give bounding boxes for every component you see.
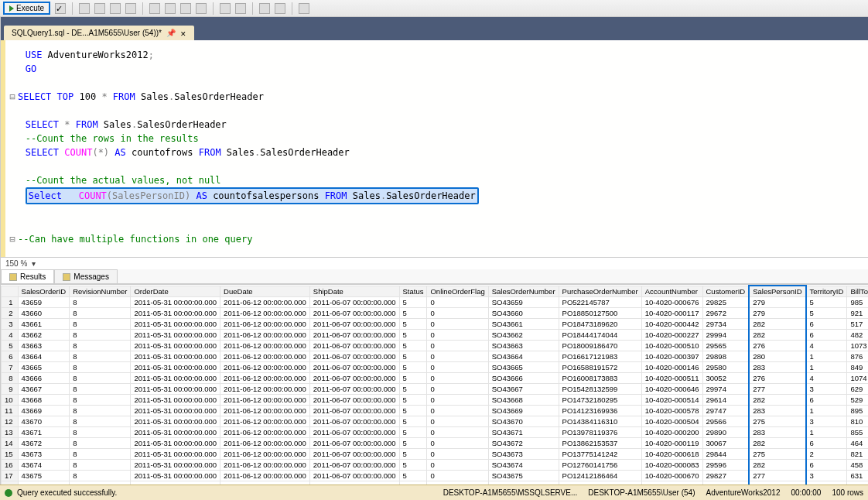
cell: 8 — [70, 460, 131, 471]
toolbar-check-icon[interactable]: ✓ — [55, 3, 66, 14]
cell: SO43664 — [488, 351, 559, 362]
cell: 282 — [749, 319, 805, 330]
cell: 5 — [399, 471, 427, 481]
cell: PO12760141756 — [559, 460, 641, 471]
column-header[interactable]: SalesPersonID — [749, 286, 805, 297]
cell: 0 — [427, 297, 488, 308]
cell: 43661 — [18, 319, 70, 330]
toolbar-icon[interactable] — [180, 3, 191, 14]
cell: 2011-06-07 00:00:00.000 — [309, 341, 399, 351]
cell: 1 — [806, 351, 847, 362]
toolbar-icon[interactable] — [196, 3, 207, 14]
results-grid[interactable]: SalesOrderIDRevisionNumberOrderDateDueDa… — [1, 284, 868, 485]
tab-results[interactable]: Results — [1, 269, 54, 283]
table-row[interactable]: 154367382011-05-31 00:00:00.0002011-06-1… — [2, 449, 869, 460]
cell: 3 — [806, 384, 847, 395]
table-row[interactable]: 14365982011-05-31 00:00:00.0002011-06-12… — [2, 297, 869, 308]
table-row[interactable]: 74366582011-05-31 00:00:00.0002011-06-12… — [2, 362, 869, 373]
column-header[interactable] — [2, 286, 19, 297]
cell: 8 — [70, 481, 131, 485]
toolbar-icon[interactable] — [235, 3, 246, 14]
cell: PO16008173883 — [559, 373, 641, 384]
editor-tabs: SQLQuery1.sql - DE...A1M5655\User (54))*… — [1, 17, 868, 40]
table-row[interactable]: 64366482011-05-31 00:00:00.0002011-06-12… — [2, 351, 869, 362]
cell: 10-4020-000510 — [641, 341, 702, 351]
column-header[interactable]: SalesOrderNumber — [488, 286, 559, 297]
cell: SO43660 — [488, 308, 559, 319]
table-row[interactable]: 54366382011-05-31 00:00:00.0002011-06-12… — [2, 341, 869, 351]
cell: 29734 — [702, 319, 749, 330]
toolbar-icon[interactable] — [110, 3, 121, 14]
cell: 0 — [427, 438, 488, 449]
column-header[interactable]: ShipDate — [309, 286, 399, 297]
toolbar-icon[interactable] — [94, 3, 105, 14]
toolbar-icon[interactable] — [299, 3, 309, 14]
table-row[interactable]: 44366282011-05-31 00:00:00.0002011-06-12… — [2, 330, 869, 341]
table-row[interactable]: 94366782011-05-31 00:00:00.0002011-06-12… — [2, 384, 869, 395]
cell: 0 — [427, 341, 488, 351]
table-row[interactable]: 34366182011-05-31 00:00:00.0002011-06-12… — [2, 319, 869, 330]
column-header[interactable]: PurchaseOrderNumber — [559, 286, 641, 297]
cell: 464 — [847, 438, 868, 449]
table-row[interactable]: 104366882011-05-31 00:00:00.0002011-06-1… — [2, 395, 869, 406]
tab-sqlquery1[interactable]: SQLQuery1.sql - DE...A1M5655\User (54))*… — [4, 26, 194, 40]
cell: 43672 — [18, 438, 70, 449]
table-row[interactable]: 114366982011-05-31 00:00:00.0002011-06-1… — [2, 406, 869, 416]
table-row[interactable]: 134367182011-05-31 00:00:00.0002011-06-1… — [2, 427, 869, 438]
table-row[interactable]: 164367482011-05-31 00:00:00.0002011-06-1… — [2, 460, 869, 471]
cell: 43671 — [18, 427, 70, 438]
cell: 43664 — [18, 351, 70, 362]
cell: SO43659 — [488, 297, 559, 308]
column-header[interactable]: Status — [399, 286, 427, 297]
column-header[interactable]: CustomerID — [702, 286, 749, 297]
cell: 5 — [399, 373, 427, 384]
table-row[interactable]: 144367282011-05-31 00:00:00.0002011-06-1… — [2, 438, 869, 449]
cell: 10-4020-000117 — [641, 308, 702, 319]
cell: 2011-05-31 00:00:00.000 — [131, 471, 220, 481]
toolbar-icon[interactable] — [125, 3, 136, 14]
column-header[interactable]: OrderDate — [131, 286, 220, 297]
column-header[interactable]: TerritoryID — [806, 286, 847, 297]
execute-button[interactable]: Execute — [3, 2, 50, 15]
sql-editor[interactable]: USE AdventureWorks2012; GO ⊟SELECT TOP 1… — [1, 40, 868, 257]
cell: 17 — [2, 471, 19, 481]
column-header[interactable]: SalesOrderID — [18, 286, 70, 297]
cell: 5 — [2, 341, 19, 351]
close-icon[interactable]: ✕ — [180, 30, 186, 36]
toolbar-icon[interactable] — [79, 3, 90, 14]
table-row[interactable]: 174367582011-05-31 00:00:00.0002011-06-1… — [2, 471, 869, 481]
table-row[interactable]: 124367082011-05-31 00:00:00.0002011-06-1… — [2, 416, 869, 427]
status-time: 00:00:00 — [791, 488, 821, 497]
column-header[interactable]: DueDate — [220, 286, 310, 297]
column-header[interactable]: RevisionNumber — [70, 286, 131, 297]
toolbar-icon[interactable] — [259, 3, 270, 14]
toolbar-icon[interactable] — [165, 3, 176, 14]
cell: 5 — [399, 362, 427, 373]
table-row[interactable]: 184367682011-05-31 00:00:00.0002011-06-1… — [2, 481, 869, 485]
cell: 8 — [70, 319, 131, 330]
cell: 2011-06-07 00:00:00.000 — [309, 406, 399, 416]
table-row[interactable]: 24366082011-05-31 00:00:00.0002011-06-12… — [2, 308, 869, 319]
cell: 1 — [2, 297, 19, 308]
cell: 29565 — [702, 341, 749, 351]
toolbar-icon[interactable] — [275, 3, 285, 14]
cell: 629 — [847, 384, 868, 395]
cell: 2011-06-07 00:00:00.000 — [309, 416, 399, 427]
toolbar-icon[interactable] — [149, 3, 160, 14]
cell: SO43675 — [488, 471, 559, 481]
cell: 2011-05-31 00:00:00.000 — [131, 481, 220, 485]
cell: 15 — [2, 449, 19, 460]
cell: 279 — [749, 308, 805, 319]
table-row[interactable]: 84366682011-05-31 00:00:00.0002011-06-12… — [2, 373, 869, 384]
column-header[interactable]: OnlineOrderFlag — [427, 286, 488, 297]
cell: 2011-06-07 00:00:00.000 — [309, 471, 399, 481]
cell: 11 — [2, 406, 19, 416]
column-header[interactable]: BillToAddressID — [847, 286, 868, 297]
toolbar-separator — [252, 2, 253, 15]
tab-messages[interactable]: Messages — [54, 269, 118, 283]
toolbar-icon[interactable] — [220, 3, 231, 14]
cell: SO43661 — [488, 319, 559, 330]
zoom-level[interactable]: 150 % ▾ — [1, 257, 868, 269]
cell: 282 — [749, 330, 805, 341]
column-header[interactable]: AccountNumber — [641, 286, 702, 297]
